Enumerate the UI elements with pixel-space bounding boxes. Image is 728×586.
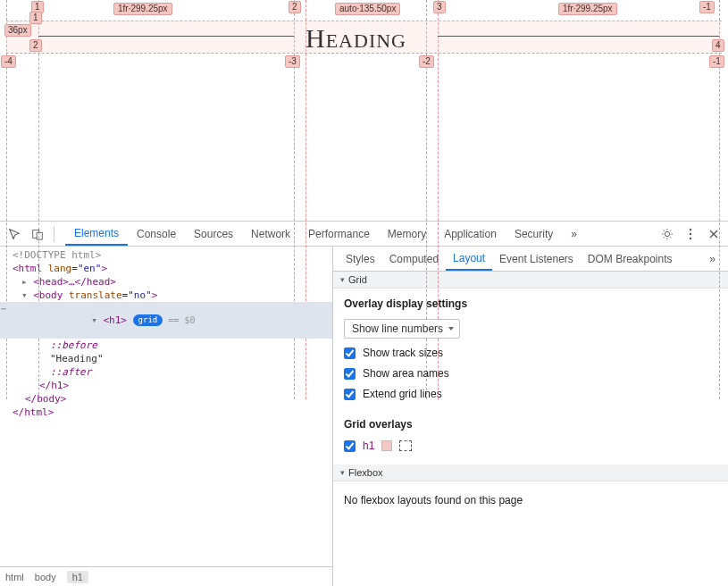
heading-text: HEADING [305,23,406,54]
subtab-event-listeners[interactable]: Event Listeners [492,247,581,271]
svg-point-4 [690,232,691,234]
track-size-col2: auto·135.50px [335,3,400,15]
col-line-2: 2 [289,1,301,13]
row-line-2: 2 [29,39,42,52]
svg-point-2 [665,231,669,236]
tab-sources[interactable]: Sources [185,222,242,246]
subtab-dom-breakpoints[interactable]: DOM Breakpoints [581,247,680,271]
col-line-3: 3 [433,1,446,13]
track-size-col3: 1fr·299.25px [558,3,617,15]
col-neg-4: -4 [1,55,16,68]
grid-overlays-title: Grid overlays [344,418,717,431]
col-neg-3: -3 [285,55,300,68]
overlay-color-swatch[interactable] [381,440,392,451]
tab-performance[interactable]: Performance [299,222,379,246]
tab-security[interactable]: Security [506,222,562,246]
chk-show-area-names[interactable]: Show area names [344,367,717,380]
chk-extend-grid-lines[interactable]: Extend grid lines [344,388,717,400]
col-line-neg1-top: -1 [699,1,715,13]
settings-icon[interactable] [657,223,678,245]
rendered-page: 1fr·299.25px auto·135.50px 1fr·299.25px … [0,0,728,221]
devtools-panel: Elements Console Sources Network Perform… [0,221,728,586]
elements-pane: <!DOCTYPE html> <html lang="en"> ▸ <head… [0,247,333,586]
breadcrumb: html body h1 [0,566,332,586]
tab-console[interactable]: Console [128,222,185,246]
kebab-menu-icon[interactable] [680,223,701,245]
crumb-html[interactable]: html [5,572,24,582]
tab-network[interactable]: Network [242,222,299,246]
col-line-4: 4 [712,39,724,52]
track-size-col1: 1fr·299.25px [113,3,172,15]
row-height-label: 36px [4,24,31,37]
col-neg-2: -2 [419,55,434,68]
svg-point-3 [690,228,691,230]
chk-overlay-h1[interactable] [344,440,356,452]
grid-overlay: 1fr·299.25px auto·135.50px 1fr·299.25px … [6,21,722,221]
devtools-toolbar: Elements Console Sources Network Perform… [0,222,728,247]
close-icon[interactable] [703,223,724,245]
layout-options-icon[interactable] [399,440,412,451]
sidebar-tabs: Styles Computed Layout Event Listeners D… [333,247,728,272]
tab-elements[interactable]: Elements [65,222,128,246]
subtab-layout[interactable]: Layout [446,247,492,271]
flexbox-section-header[interactable]: ▾Flexbox [333,465,728,481]
sidebar-pane: Styles Computed Layout Event Listeners D… [333,247,728,586]
selected-element-h1[interactable]: ⋯▾ <h1> grid == $0 [0,302,332,339]
overlay-h1-label[interactable]: h1 [363,440,374,452]
heading-rule-left [38,36,294,37]
line-numbers-select[interactable]: Show line numbers [344,319,460,339]
svg-point-5 [690,237,691,239]
dom-tree[interactable]: <!DOCTYPE html> <html lang="en"> ▸ <head… [0,247,332,566]
tab-application[interactable]: Application [435,222,506,246]
col-neg-1: -1 [709,55,724,68]
subtab-styles[interactable]: Styles [339,247,382,271]
flexbox-empty-message: No flexbox layouts found on this page [333,481,728,519]
subtab-computed[interactable]: Computed [382,247,446,271]
crumb-h1[interactable]: h1 [67,571,88,583]
grid-section-header[interactable]: ▾Grid [333,272,728,289]
crumb-body[interactable]: body [35,572,56,582]
main-tabs: Elements Console Sources Network Perform… [65,222,655,246]
tab-overflow[interactable]: » [562,222,586,246]
chk-show-track-sizes[interactable]: Show track sizes [344,347,717,359]
heading-rule-right [438,36,719,37]
grid-badge[interactable]: grid [133,314,163,326]
overlay-display-title: Overlay display settings [344,297,717,310]
device-toggle-icon[interactable] [27,223,48,245]
row-line-1: 1 [29,12,42,24]
